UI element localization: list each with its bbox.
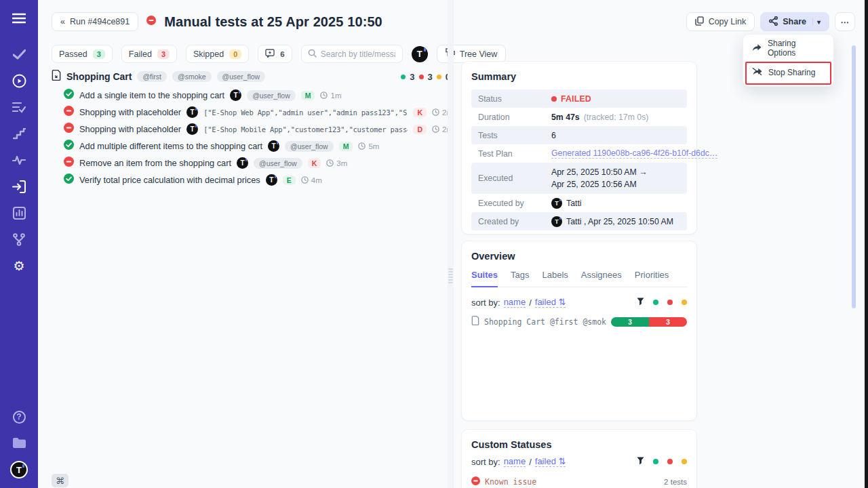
suite-tag[interactable]: @smoke (172, 71, 212, 82)
overview-suite-row[interactable]: Shopping Cart @first @smoke … 3 3 (471, 316, 687, 328)
tests-count-value: 6 (551, 131, 556, 140)
filter-funnel-icon[interactable] (637, 457, 644, 467)
created-by-value: Tatti , Apr 25, 2025 10:50 AM (566, 217, 673, 226)
passed-check-icon (64, 89, 74, 102)
plans-list-check-icon[interactable] (12, 100, 26, 115)
vertical-scrollbar-thumb[interactable] (852, 45, 856, 308)
sort-by-failed-link[interactable]: failed ⇅ (535, 456, 566, 467)
help-icon[interactable]: ? (12, 409, 26, 424)
test-title: Add multiple different items to the shop… (79, 141, 262, 151)
custom-status-row[interactable]: Known issue 2 tests (471, 476, 687, 488)
panel-resize-divider[interactable] (448, 0, 454, 488)
filter-funnel-icon[interactable] (637, 298, 644, 308)
sort-by-failed-link[interactable]: failed ⇅ (535, 297, 566, 308)
menu-item-stop-sharing[interactable]: Stop Sharing (743, 60, 833, 85)
menu-icon[interactable] (12, 11, 26, 26)
test-plan-link[interactable]: Generated 1190e08b-ca96-4f26-b10f-d6dc… (551, 148, 717, 159)
suite-tag[interactable]: @first (137, 71, 167, 82)
analytics-pulse-icon[interactable] (12, 152, 26, 167)
summary-row-executed: Executed Apr 25, 2025 10:50 AM → Apr 25,… (471, 163, 687, 194)
test-row[interactable]: Add multiple different items to the shop… (52, 138, 453, 155)
failed-toggle-dot[interactable] (667, 459, 673, 464)
user-avatar[interactable]: T (10, 461, 28, 479)
test-title: Shopping with placeholder (79, 124, 181, 134)
share-button[interactable]: Share ▾ (760, 12, 829, 31)
test-title: Remove an item from the shopping cart (79, 158, 231, 168)
sort-by-name-link[interactable]: name (504, 456, 526, 467)
executed-from: Apr 25, 2025 10:50 AM → (551, 166, 648, 178)
back-chevrons-icon: « (60, 17, 65, 26)
test-tag[interactable]: @user_flow (254, 158, 302, 169)
command-icon: ⌘ (56, 476, 64, 486)
suite-tag[interactable]: @user_flow (217, 71, 266, 82)
projects-folder-icon[interactable] (12, 435, 26, 450)
back-label: Run #494ce891 (70, 17, 130, 26)
tab-assignees[interactable]: Assignees (581, 270, 622, 287)
tab-priorities[interactable]: Priorities (635, 270, 669, 287)
passed-filter-chip[interactable]: Passed 3 (52, 45, 113, 63)
custom-status-name: Known issue (485, 477, 536, 487)
failed-toggle-dot[interactable] (667, 300, 673, 305)
tab-suites[interactable]: Suites (471, 270, 498, 287)
import-icon[interactable] (12, 179, 26, 194)
passed-toggle-dot[interactable] (653, 459, 658, 464)
skipped-toggle-dot[interactable] (682, 459, 687, 464)
test-row[interactable]: Shopping with placeholder T ["E-Shop Mob… (52, 121, 453, 138)
suite-file-icon (52, 70, 61, 83)
passed-check-icon (64, 174, 74, 186)
reports-chart-icon[interactable] (12, 205, 26, 220)
comment-plus-icon (265, 49, 275, 60)
back-to-run-button[interactable]: « Run #494ce891 (52, 12, 138, 31)
suite-row[interactable]: Shopping Cart @first @smoke @user_flow 3… (52, 68, 453, 85)
assignee-initial-badge: K (308, 159, 321, 168)
passed-bar-segment: 3 (611, 317, 649, 327)
test-tag[interactable]: @user_flow (247, 90, 296, 101)
test-row[interactable]: Add a single item to the shopping cart T… (52, 87, 453, 104)
sort-by-name-link[interactable]: name (504, 297, 526, 308)
test-duration: 3m (326, 159, 347, 167)
comments-filter-chip[interactable]: 6 (258, 45, 292, 63)
ellipsis-icon: ⋯ (840, 17, 850, 27)
failed-minus-icon (471, 476, 480, 488)
passed-toggle-dot[interactable] (653, 300, 658, 305)
menu-item-sharing-options[interactable]: Sharing Options (743, 36, 833, 60)
author-avatar: T (230, 89, 241, 101)
suite-results-bar: 3 3 (611, 317, 687, 327)
search-box (301, 45, 403, 63)
skipped-filter-chip[interactable]: Skipped 0 (186, 45, 249, 63)
comments-count: 6 (280, 50, 284, 58)
test-row[interactable]: Verify total price calculation with deci… (52, 171, 453, 188)
tab-tags[interactable]: Tags (511, 270, 529, 287)
search-input[interactable] (321, 49, 395, 59)
assignee-initial-badge: D (413, 125, 427, 134)
settings-gear-icon[interactable]: ⚙ (12, 258, 26, 273)
test-title: Verify total price calculation with deci… (79, 175, 260, 185)
failed-status-icon (146, 16, 156, 28)
duration-value: 5m 47s (551, 113, 580, 122)
summary-title: Summary (471, 71, 687, 82)
share-caret-icon[interactable]: ▾ (812, 18, 821, 26)
failed-filter-chip[interactable]: Failed 3 (121, 45, 177, 63)
test-row[interactable]: Remove an item from the shopping cart T … (52, 155, 453, 171)
test-row[interactable]: Shopping with placeholder T ["E-Shop Web… (52, 104, 453, 121)
skipped-toggle-dot[interactable] (682, 300, 687, 305)
branches-icon[interactable] (12, 232, 26, 247)
creator-avatar: T (551, 216, 562, 227)
suite-name: Shopping Cart (66, 71, 132, 82)
copy-link-button[interactable]: Copy Link (686, 12, 755, 31)
resize-grip-icon[interactable] (448, 267, 453, 285)
summary-card: Summary Status FAILED Duration 5m 47s(tr… (461, 61, 697, 235)
runs-play-icon[interactable] (12, 73, 26, 88)
tab-labels[interactable]: Labels (542, 270, 568, 287)
custom-statuses-card: Custom Statuses sort by: name / failed ⇅… (461, 429, 697, 488)
milestones-stairs-icon[interactable] (12, 126, 26, 141)
assignee-avatar-filter[interactable]: T (412, 46, 428, 62)
more-actions-button[interactable]: ⋯ (835, 12, 855, 31)
overview-tabs: Suites Tags Labels Assignees Priorities (471, 270, 687, 287)
keyboard-shortcut-badge[interactable]: ⌘ (52, 474, 68, 487)
test-tag[interactable]: @user_flow (285, 141, 334, 152)
author-avatar: T (266, 174, 277, 186)
test-title: Add a single item to the shopping cart (79, 90, 224, 100)
test-example-data: ["E-Shop Web App","admin_user","admin_pa… (203, 108, 408, 117)
tests-check-icon[interactable] (12, 47, 26, 62)
